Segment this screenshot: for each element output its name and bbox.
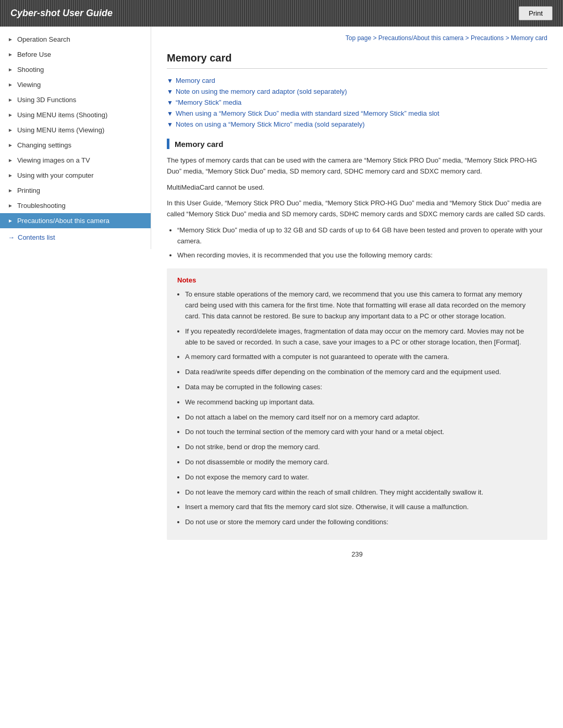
section-bar	[167, 139, 169, 149]
arrow-icon: ►	[8, 188, 13, 193]
header: Cyber-shot User Guide Print	[0, 0, 563, 27]
sidebar-item-before-use[interactable]: ► Before Use	[0, 47, 151, 62]
sidebar-item-label: Troubleshooting	[17, 202, 66, 209]
note-item-10: Do not expose the memory card to water.	[185, 472, 537, 483]
note-item-9: Do not disassemble or modify the memory …	[185, 457, 537, 468]
note-item-11: Do not leave the memory card within the …	[185, 487, 537, 498]
toc-item-label: Memory card	[176, 77, 215, 84]
toc-arrow-icon: ▼	[167, 99, 173, 106]
note-item-1: If you repeatedly record/delete images, …	[185, 326, 537, 348]
arrow-icon: ►	[8, 157, 13, 163]
sidebar-item-changing-settings[interactable]: ► Changing settings	[0, 138, 151, 153]
contents-list-label: Contents list	[18, 233, 55, 241]
sidebar-item-label: Using 3D Functions	[17, 96, 76, 104]
breadcrumb-top[interactable]: Top page	[346, 34, 371, 42]
sidebar-item-operation-search[interactable]: ► Operation Search	[0, 32, 151, 47]
main-content: Top page > Precautions/About this camera…	[151, 27, 563, 574]
breadcrumb-precautions-about[interactable]: Precautions/About this camera	[378, 34, 463, 42]
sidebar-item-label: Precautions/About this camera	[17, 217, 109, 225]
note-item-12: Insert a memory card that fits the memor…	[185, 502, 537, 513]
toc-item-label: When using a “Memory Stick Duo” media wi…	[176, 109, 439, 117]
body-paragraph-2: In this User Guide, “Memory Stick PRO Du…	[167, 198, 547, 220]
section-title: Memory card	[167, 139, 547, 149]
sidebar-item-label: Using MENU items (Viewing)	[17, 126, 104, 134]
toc-arrow-icon: ▼	[167, 77, 173, 84]
toc-item-label: “Memory Stick” media	[176, 98, 241, 106]
section-title-text: Memory card	[175, 140, 223, 149]
arrow-icon: ►	[8, 127, 13, 133]
arrow-icon: ►	[8, 218, 13, 224]
page-number: 239	[167, 550, 547, 558]
arrow-right-icon: →	[8, 233, 15, 241]
sidebar-item-label: Using with your computer	[17, 171, 94, 179]
notes-list: To ensure stable operations of the memor…	[185, 289, 537, 528]
toc-item-2[interactable]: ▼ “Memory Stick” media	[167, 98, 547, 106]
sidebar: ► Operation Search ► Before Use ► Shooti…	[0, 27, 151, 249]
bullet-item-1: When recording movies, it is recommended…	[177, 250, 547, 261]
arrow-icon: ►	[8, 142, 13, 148]
sidebar-item-label: Printing	[17, 187, 40, 194]
toc-section: ▼ Memory card ▼ Note on using the memory…	[167, 77, 547, 128]
body-paragraph-0: The types of memory cards that can be us…	[167, 155, 547, 177]
toc-item-4[interactable]: ▼ Notes on using a “Memory Stick Micro” …	[167, 120, 547, 128]
sidebar-item-label: Viewing	[17, 81, 41, 89]
sidebar-item-label: Viewing images on a TV	[17, 156, 90, 164]
note-item-2: A memory card formatted with a computer …	[185, 352, 537, 363]
toc-item-3[interactable]: ▼ When using a “Memory Stick Duo” media …	[167, 109, 547, 117]
body-paragraph-1: MultiMediaCard cannot be used.	[167, 182, 547, 193]
toc-item-label: Notes on using a “Memory Stick Micro” me…	[176, 120, 365, 128]
notes-box: Notes To ensure stable operations of the…	[167, 268, 547, 540]
toc-item-0[interactable]: ▼ Memory card	[167, 77, 547, 84]
note-item-7: Do not touch the terminal section of the…	[185, 427, 537, 438]
note-item-8: Do not strike, bend or drop the memory c…	[185, 442, 537, 453]
toc-arrow-icon: ▼	[167, 121, 173, 128]
note-item-13: Do not use or store the memory card unde…	[185, 517, 537, 528]
arrow-icon: ►	[8, 97, 13, 103]
sidebar-item-label: Operation Search	[17, 35, 70, 43]
sidebar-item-menu-shooting[interactable]: ► Using MENU items (Shooting)	[0, 107, 151, 122]
app-title: Cyber-shot User Guide	[10, 8, 113, 19]
sidebar-item-shooting[interactable]: ► Shooting	[0, 62, 151, 77]
note-item-3: Data read/write speeds differ depending …	[185, 367, 537, 378]
sidebar-item-troubleshooting[interactable]: ► Troubleshooting	[0, 198, 151, 213]
arrow-icon: ►	[8, 52, 13, 57]
page-layout: ► Operation Search ► Before Use ► Shooti…	[0, 27, 563, 574]
page-title: Memory card	[167, 52, 547, 69]
arrow-icon: ►	[8, 82, 13, 88]
bullet-item-0: “Memory Stick Duo” media of up to 32 GB …	[177, 225, 547, 247]
note-item-6: Do not attach a label on the memory card…	[185, 412, 537, 423]
sidebar-item-label: Shooting	[17, 66, 44, 73]
feature-bullets: “Memory Stick Duo” media of up to 32 GB …	[177, 225, 547, 261]
toc-arrow-icon: ▼	[167, 88, 173, 95]
sidebar-item-label: Before Use	[17, 51, 51, 58]
note-item-0: To ensure stable operations of the memor…	[185, 289, 537, 322]
arrow-icon: ►	[8, 203, 13, 208]
toc-arrow-icon: ▼	[167, 110, 173, 117]
toc-item-label: Note on using the memory card adaptor (s…	[176, 88, 347, 95]
breadcrumb-memory-card[interactable]: Memory card	[511, 34, 547, 42]
sidebar-item-precautions[interactable]: ► Precautions/About this camera	[0, 213, 151, 228]
arrow-icon: ►	[8, 67, 13, 72]
print-button[interactable]: Print	[519, 6, 553, 20]
sidebar-item-viewing[interactable]: ► Viewing	[0, 77, 151, 92]
notes-title: Notes	[177, 276, 537, 284]
sidebar-item-using-computer[interactable]: ► Using with your computer	[0, 168, 151, 183]
breadcrumb: Top page > Precautions/About this camera…	[167, 32, 547, 42]
note-item-5: We recommend backing up important data.	[185, 397, 537, 408]
sidebar-item-printing[interactable]: ► Printing	[0, 183, 151, 198]
contents-list-link[interactable]: → Contents list	[0, 228, 151, 244]
note-item-4: Data may be corrupted in the following c…	[185, 382, 537, 393]
sidebar-item-label: Using MENU items (Shooting)	[17, 111, 107, 119]
arrow-icon: ►	[8, 36, 13, 42]
toc-item-1[interactable]: ▼ Note on using the memory card adaptor …	[167, 88, 547, 95]
sidebar-item-label: Changing settings	[17, 141, 71, 149]
sidebar-item-using-3d[interactable]: ► Using 3D Functions	[0, 92, 151, 107]
arrow-icon: ►	[8, 172, 13, 178]
sidebar-item-viewing-tv[interactable]: ► Viewing images on a TV	[0, 153, 151, 168]
breadcrumb-precautions[interactable]: Precautions	[471, 34, 504, 42]
sidebar-item-menu-viewing[interactable]: ► Using MENU items (Viewing)	[0, 122, 151, 138]
arrow-icon: ►	[8, 112, 13, 118]
